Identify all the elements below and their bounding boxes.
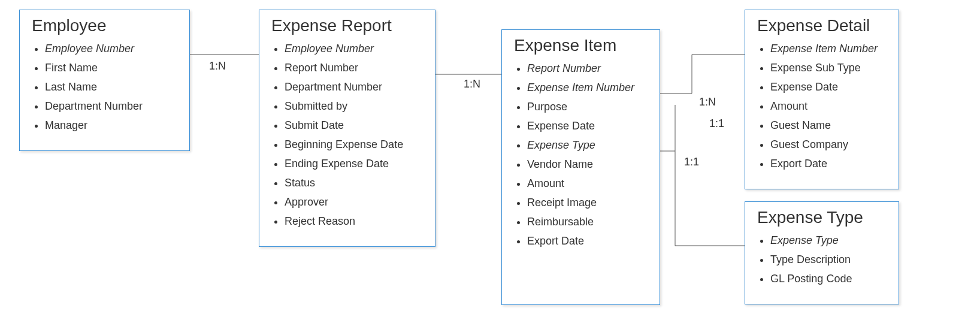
attr: Expense Type <box>527 135 649 155</box>
attr: Expense Date <box>770 77 888 96</box>
entity-employee: Employee Employee Number First Name Last… <box>19 10 190 151</box>
attr: GL Posting Code <box>770 269 888 288</box>
entity-employee-attrs: Employee Number First Name Last Name Dep… <box>31 39 179 135</box>
attr: Guest Company <box>770 135 888 154</box>
attr: First Name <box>45 58 179 77</box>
entity-employee-title: Employee <box>32 16 179 35</box>
attr: Expense Date <box>527 116 649 135</box>
attr: Type Description <box>770 250 888 269</box>
entity-expense-detail-attrs: Expense Item Number Expense Sub Type Exp… <box>756 39 888 173</box>
attr: Expense Sub Type <box>770 58 888 77</box>
attr: Employee Number <box>285 39 424 58</box>
attr: Vendor Name <box>527 155 649 174</box>
entity-expense-item: Expense Item Report Number Expense Item … <box>501 29 660 305</box>
entity-expense-type-attrs: Expense Type Type Description GL Posting… <box>756 231 888 288</box>
rel-item-detail: 1:N <box>698 96 717 108</box>
rel-item-type-upper: 1:1 <box>708 117 725 130</box>
attr: Reimbursable <box>527 212 649 231</box>
attr: Purpose <box>527 97 649 116</box>
rel-report-item: 1:N <box>462 78 482 90</box>
attr: Status <box>285 173 424 192</box>
attr: Expense Type <box>770 231 888 250</box>
attr: Department Number <box>45 96 179 116</box>
attr: Report Number <box>527 59 649 78</box>
entity-expense-item-title: Expense Item <box>514 36 649 55</box>
entity-expense-type: Expense Type Expense Type Type Descripti… <box>745 201 899 304</box>
entity-expense-report-title: Expense Report <box>271 16 424 35</box>
attr: Submitted by <box>285 96 424 116</box>
entity-expense-report-attrs: Employee Number Report Number Department… <box>270 39 424 231</box>
attr: Manager <box>45 116 179 135</box>
attr: Reject Reason <box>285 212 424 231</box>
rel-item-type-lower: 1:1 <box>683 156 700 168</box>
attr: Department Number <box>285 77 424 96</box>
attr: Last Name <box>45 77 179 96</box>
attr: Expense Item Number <box>527 78 649 97</box>
er-diagram: Employee Employee Number First Name Last… <box>0 0 980 335</box>
attr: Report Number <box>285 58 424 77</box>
entity-expense-detail-title: Expense Detail <box>757 16 888 35</box>
entity-expense-detail: Expense Detail Expense Item Number Expen… <box>745 10 899 189</box>
attr: Amount <box>770 96 888 116</box>
entity-expense-type-title: Expense Type <box>757 208 888 227</box>
attr: Receipt Image <box>527 193 649 212</box>
attr: Beginning Expense Date <box>285 135 424 154</box>
attr: Submit Date <box>285 116 424 135</box>
attr: Employee Number <box>45 39 179 58</box>
attr: Expense Item Number <box>770 39 888 58</box>
attr: Export Date <box>527 231 649 251</box>
rel-emp-report: 1:N <box>208 60 227 73</box>
attr: Amount <box>527 174 649 193</box>
attr: Export Date <box>770 154 888 173</box>
entity-expense-item-attrs: Report Number Expense Item Number Purpos… <box>513 59 649 251</box>
attr: Ending Expense Date <box>285 154 424 173</box>
attr: Guest Name <box>770 116 888 135</box>
entity-expense-report: Expense Report Employee Number Report Nu… <box>259 10 435 247</box>
attr: Approver <box>285 192 424 212</box>
